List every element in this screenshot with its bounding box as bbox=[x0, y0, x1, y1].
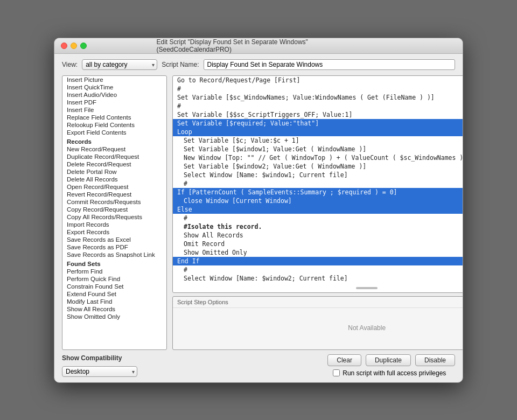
close-button[interactable] bbox=[61, 43, 67, 49]
script-line[interactable]: Set Variable [$window1; Value:Get ( Wind… bbox=[173, 145, 463, 153]
clear-button[interactable]: Clear bbox=[327, 354, 361, 366]
list-item[interactable]: Insert Audio/Video bbox=[62, 91, 166, 99]
checkbox-area: Run script with full access privileges bbox=[333, 369, 446, 377]
script-list[interactable]: Go to Record/Request/Page [First]#Set Va… bbox=[173, 76, 463, 292]
list-item[interactable]: Save Records as Excel bbox=[62, 236, 166, 243]
list-item[interactable]: Records bbox=[62, 136, 166, 145]
list-item[interactable]: Constrain Found Set bbox=[62, 283, 166, 290]
script-line[interactable]: Go to Record/Request/Page [First] bbox=[173, 76, 463, 85]
script-line[interactable]: Set Variable [$window2; Value:Get ( Wind… bbox=[173, 162, 463, 171]
full-access-checkbox[interactable] bbox=[333, 369, 340, 376]
disable-button[interactable]: Disable bbox=[415, 354, 455, 366]
compat-select-wrapper[interactable]: Desktop bbox=[62, 366, 137, 377]
list-item[interactable]: Export Records bbox=[62, 228, 166, 236]
script-line[interactable]: Close Window [Current Window] bbox=[173, 197, 463, 205]
maximize-button[interactable] bbox=[80, 43, 87, 49]
options-label: Script Step Options bbox=[173, 297, 463, 308]
options-area: Script Step Options Not Available bbox=[172, 296, 463, 350]
window-content: View: all by category Script Name: Inser… bbox=[54, 54, 463, 382]
scroll-indicator bbox=[356, 287, 378, 289]
full-access-label: Run script with full access privileges bbox=[343, 369, 446, 377]
list-item[interactable]: Modify Last Find bbox=[62, 298, 166, 305]
titlebar: Edit Script "Display Found Set in Separa… bbox=[54, 38, 463, 54]
script-line[interactable]: Select Window [Name: $window1; Current f… bbox=[173, 171, 463, 179]
duplicate-button[interactable]: Duplicate bbox=[366, 354, 411, 366]
list-item[interactable]: Relookup Field Contents bbox=[62, 121, 166, 129]
script-line[interactable]: Set Variable [$$sc_ScriptTriggers_OFF; V… bbox=[173, 110, 463, 119]
script-line[interactable]: # bbox=[173, 85, 463, 93]
compat-select[interactable]: Desktop bbox=[62, 366, 137, 377]
list-item[interactable]: Copy All Records/Requests bbox=[62, 213, 166, 221]
script-line[interactable]: If [PatternCount ( SampleEvents::Summary… bbox=[173, 188, 463, 197]
list-item[interactable]: Replace Field Contents bbox=[62, 114, 166, 121]
list-item[interactable]: Open Record/Request bbox=[62, 183, 166, 191]
view-select[interactable]: all by category bbox=[82, 59, 157, 70]
view-label: View: bbox=[62, 61, 78, 68]
script-line[interactable]: #Isolate this record. bbox=[173, 222, 463, 231]
options-content: Not Available bbox=[173, 308, 463, 348]
list-item[interactable]: Save Records as PDF bbox=[62, 243, 166, 251]
script-name-input[interactable] bbox=[204, 59, 456, 70]
right-panel-wrapper: Go to Record/Request/Page [First]#Set Va… bbox=[172, 75, 463, 350]
list-item[interactable]: Commit Records/Requests bbox=[62, 198, 166, 206]
list-item[interactable]: Show All Records bbox=[62, 305, 166, 313]
script-line[interactable]: Else bbox=[173, 205, 463, 214]
list-item[interactable]: Export Field Contents bbox=[62, 129, 166, 136]
list-item[interactable]: Copy Record/Request bbox=[62, 206, 166, 213]
window-title: Edit Script "Display Found Set in Separa… bbox=[157, 38, 361, 53]
script-line[interactable]: Select Window [Name: $window2; Current f… bbox=[173, 274, 463, 283]
script-editor-panel[interactable]: Go to Record/Request/Page [First]#Set Va… bbox=[172, 75, 463, 293]
list-item[interactable]: New Record/Request bbox=[62, 145, 166, 153]
script-line[interactable]: End If bbox=[173, 257, 463, 265]
list-item[interactable]: Extend Found Set bbox=[62, 290, 166, 298]
script-line[interactable]: Show All Records bbox=[173, 231, 463, 240]
minimize-button[interactable] bbox=[71, 43, 77, 49]
script-line[interactable]: Loop bbox=[173, 128, 463, 136]
view-select-wrapper[interactable]: all by category bbox=[82, 59, 157, 70]
left-panel[interactable]: Insert PictureInsert QuickTimeInsert Aud… bbox=[62, 75, 167, 350]
list-item[interactable]: Delete All Records bbox=[62, 176, 166, 183]
bottom-right: Clear Duplicate Disable Run script with … bbox=[327, 354, 455, 377]
script-line[interactable]: # bbox=[173, 265, 463, 274]
script-line[interactable]: Set Variable [$sc_WindowNames; Value:Win… bbox=[173, 93, 463, 102]
main-window: Edit Script "Display Found Set in Separa… bbox=[54, 38, 463, 383]
script-line[interactable]: Set Variable [$required; Value:"that"] bbox=[173, 119, 463, 128]
traffic-lights bbox=[61, 43, 87, 49]
list-item[interactable]: Perform Quick Find bbox=[62, 275, 166, 283]
list-item[interactable]: Found Sets bbox=[62, 258, 166, 268]
script-line[interactable]: # bbox=[173, 102, 463, 110]
list-item[interactable]: Import Records bbox=[62, 221, 166, 228]
top-bar: View: all by category Script Name: bbox=[62, 59, 455, 70]
script-line[interactable]: Set Variable [$c; Value:$c + 1] bbox=[173, 136, 463, 145]
main-area: Insert PictureInsert QuickTimeInsert Aud… bbox=[62, 75, 455, 350]
list-item[interactable]: Delete Portal Row bbox=[62, 168, 166, 176]
list-item[interactable]: Insert PDF bbox=[62, 99, 166, 106]
script-line[interactable]: New Window [Top: "" // Get ( WindowTop )… bbox=[173, 153, 463, 162]
list-item[interactable]: Delete Record/Request bbox=[62, 160, 166, 168]
list-item[interactable]: Revert Record/Request bbox=[62, 191, 166, 198]
script-name-label: Script Name: bbox=[162, 61, 199, 68]
list-item[interactable]: Insert QuickTime bbox=[62, 83, 166, 91]
show-compat-label: Show Compatibility bbox=[62, 354, 137, 362]
script-line[interactable]: Show Omitted Only bbox=[173, 248, 463, 257]
bottom-left: Show Compatibility Desktop bbox=[62, 354, 137, 377]
list-item[interactable]: Insert File bbox=[62, 106, 166, 114]
script-line[interactable]: # bbox=[173, 179, 463, 188]
list-item[interactable]: Perform Find bbox=[62, 268, 166, 275]
script-line[interactable]: Omit Record bbox=[173, 240, 463, 248]
action-buttons: Clear Duplicate Disable bbox=[327, 354, 455, 366]
list-item[interactable]: Duplicate Record/Request bbox=[62, 153, 166, 160]
list-item[interactable]: Show Omitted Only bbox=[62, 313, 166, 320]
list-item[interactable]: Insert Picture bbox=[62, 76, 166, 83]
script-line[interactable]: # bbox=[173, 214, 463, 222]
bottom-section: Show Compatibility Desktop Clear Duplica… bbox=[62, 354, 455, 377]
list-item[interactable]: Save Records as Snapshot Link bbox=[62, 251, 166, 258]
